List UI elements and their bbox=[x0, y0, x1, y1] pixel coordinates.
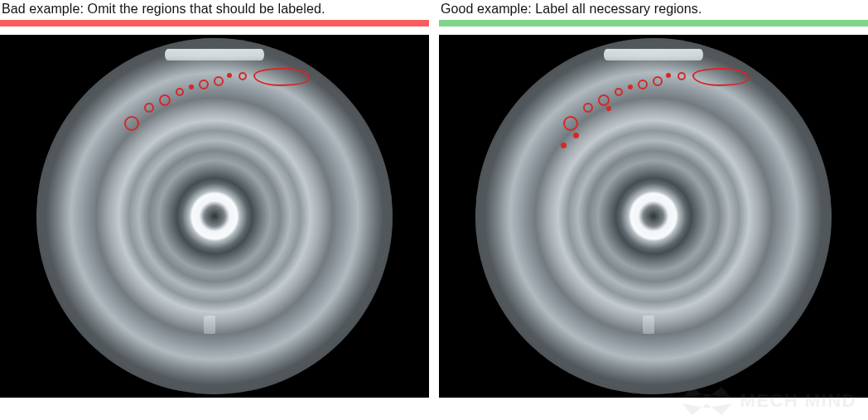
bad-example-bar bbox=[0, 20, 429, 27]
annotation-circle bbox=[653, 76, 663, 86]
annotation-circle bbox=[176, 88, 184, 96]
annotation-dot bbox=[573, 133, 579, 138]
annotation-circle bbox=[144, 103, 154, 113]
annotation-circle bbox=[214, 76, 224, 86]
annotation-circle bbox=[239, 72, 247, 80]
bad-example-image bbox=[0, 35, 429, 398]
bad-example-caption: Bad example: Omit the regions that shoul… bbox=[0, 0, 429, 20]
annotation-dot bbox=[606, 106, 611, 111]
annotation-dot bbox=[666, 73, 671, 78]
annotation-circle bbox=[598, 94, 610, 106]
annotation-circle bbox=[124, 116, 139, 131]
comparison-figure: Bad example: Omit the regions that shoul… bbox=[0, 0, 868, 420]
disc-illustration bbox=[475, 38, 832, 394]
good-example-caption: Good example: Label all necessary region… bbox=[439, 0, 868, 20]
annotation-dot bbox=[628, 84, 633, 89]
annotation-circle bbox=[563, 116, 578, 131]
annotation-circle bbox=[678, 72, 686, 80]
good-example-bar bbox=[439, 20, 868, 27]
columns: Bad example: Omit the regions that shoul… bbox=[0, 0, 868, 398]
disc-illustration bbox=[36, 38, 393, 394]
annotation-circle bbox=[615, 88, 623, 96]
annotation-blob bbox=[253, 68, 310, 86]
good-example-image bbox=[439, 35, 868, 398]
annotation-circle bbox=[638, 80, 648, 89]
annotation-dot bbox=[189, 84, 194, 89]
bad-example-column: Bad example: Omit the regions that shoul… bbox=[0, 0, 429, 398]
good-example-column: Good example: Label all necessary region… bbox=[439, 0, 868, 398]
annotation-circle bbox=[159, 94, 171, 106]
annotation-circle bbox=[583, 103, 593, 113]
annotation-blob bbox=[692, 68, 749, 86]
annotation-circle bbox=[199, 80, 209, 89]
annotation-dot bbox=[227, 73, 232, 78]
annotation-dot bbox=[561, 142, 567, 148]
